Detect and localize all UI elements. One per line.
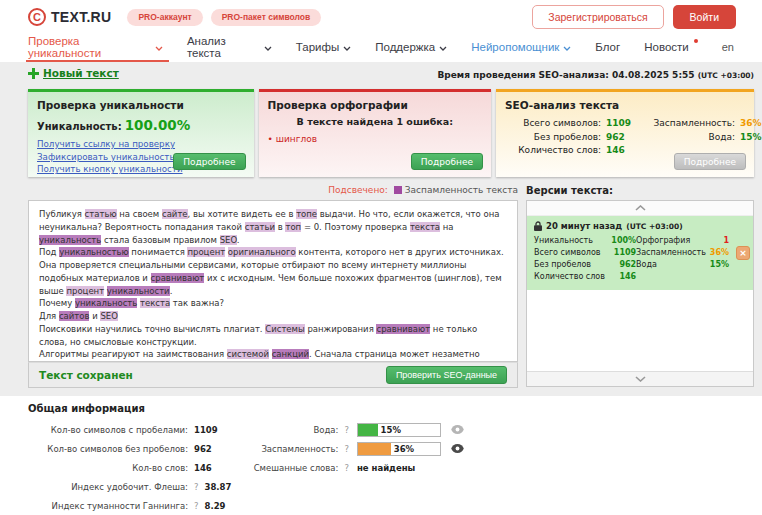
highlighted-word: сайте <box>162 209 188 219</box>
new-text-link[interactable]: Новый текст <box>28 67 119 79</box>
text-paragraph: Под уникальностью понимается процент ори… <box>39 246 507 297</box>
uniqueness-more-button[interactable]: Подробнее <box>173 153 245 170</box>
nav-item-label: Анализ текста <box>187 35 260 59</box>
logo[interactable]: C TEXT.RU <box>28 8 111 26</box>
nav-item-label: Новости <box>644 41 689 53</box>
plain-text: = 0. Поэтому проверка <box>301 222 410 232</box>
toolbar: Новый текст Время проведения SEO-анализа… <box>28 67 754 87</box>
nav-item-0[interactable]: Проверка уникальности <box>28 32 163 62</box>
new-text-label: Новый текст <box>43 67 119 79</box>
nav-item-5[interactable]: Блог <box>595 32 620 62</box>
help-icon[interactable]: ? <box>194 482 199 492</box>
main-row: Подсвечено:Заспамленность текста Публику… <box>28 185 754 388</box>
seo-more-button[interactable]: Подробнее <box>674 153 746 170</box>
summary-right: Вода:?15%Заспамленность:?36%Смешанные сл… <box>243 420 464 515</box>
versions-panel: 20 минут назад (UTC +03:00) Уникальность… <box>526 200 754 387</box>
eye-toggle[interactable] <box>451 444 464 453</box>
nav-item-1[interactable]: Анализ текста <box>187 32 272 62</box>
version-stat-value: 36% <box>710 248 729 257</box>
version-entry[interactable]: 20 минут назад (UTC +03:00) Уникальность… <box>527 216 753 290</box>
metric-bar-value: 36% <box>394 444 414 454</box>
eye-toggle[interactable] <box>451 425 464 434</box>
highlighted-word: процент <box>187 247 225 257</box>
scroll-down-button[interactable] <box>527 371 753 386</box>
plain-text: Поисковики научились точно вычислять пла… <box>39 324 265 334</box>
summary-text-value: не найдены <box>357 463 415 473</box>
saved-status: Текст сохранен <box>39 369 133 381</box>
language-switch[interactable]: en <box>722 41 734 53</box>
highlighted-word: SEO <box>100 311 117 321</box>
seo-stat-label: Без пробелов: <box>505 132 601 142</box>
login-button[interactable]: Войти <box>673 5 736 29</box>
plain-text: Алгоритмы реагируют на заимствования <box>39 349 227 359</box>
uniqueness-metric-value: 100.00% <box>125 117 191 133</box>
seo-stat-value: 962 <box>606 132 625 142</box>
pro-pills: PRO-аккаунтPRO-пакет символов <box>127 9 321 26</box>
nav-caret <box>155 46 163 51</box>
summary-label: Индекс туманности Ганнинга: <box>28 501 188 511</box>
highlighted-word: статьи <box>245 222 275 232</box>
text-editor[interactable]: Публикуя статью на своем сайте, вы хотит… <box>28 200 518 362</box>
version-stat-value: 1109 <box>614 248 636 257</box>
nav-item-3[interactable]: Поддержка <box>375 32 447 62</box>
uniqueness-metric-label: Уникальность: <box>37 121 122 132</box>
highlighted-word: уникальность <box>39 235 101 245</box>
metric-bar: 36% <box>357 442 441 456</box>
highlighted-word: системой <box>227 349 269 359</box>
version-stat-label: Заспамленность <box>636 248 706 257</box>
spelling-error-item[interactable]: • шинглов <box>268 134 482 144</box>
summary-label: Смешанные слова: <box>243 463 338 473</box>
pro-pill-0[interactable]: PRO-аккаунт <box>127 9 202 26</box>
version-stats-left: Уникальность100%Всего символов1109Без пр… <box>534 236 636 284</box>
nav-item-6[interactable]: Новости <box>644 32 698 62</box>
scroll-up-button[interactable] <box>527 201 753 216</box>
chevron-down-icon <box>155 46 163 51</box>
uniqueness-link-0[interactable]: Получить ссылку на проверку <box>37 138 245 151</box>
summary-label: Кол-во символов без пробелов: <box>28 444 188 454</box>
highlighted-word: уникальность <box>75 298 137 308</box>
text-paragraph: Алгоритмы реагируют на заимствования сис… <box>39 348 507 362</box>
version-stat-value: 146 <box>619 272 636 281</box>
plain-text: так важна? <box>170 298 224 308</box>
logo-text: TEXT.RU <box>51 9 111 25</box>
pro-pill-1[interactable]: PRO-пакет символов <box>211 9 322 26</box>
plain-text: Почему <box>39 298 75 308</box>
seo-stat-label: Заспамленность: <box>631 118 735 128</box>
version-stat-label: Без пробелов <box>534 260 615 269</box>
seo-stat-row: Всего символов:1109 <box>505 118 631 128</box>
notification-dot-icon <box>694 39 698 43</box>
metric-bar: 15% <box>357 423 441 437</box>
text-paragraph: Почему уникальность текста так важна? <box>39 297 507 310</box>
text-paragraph: Публикуя статью на своем сайте, вы хотит… <box>39 208 507 246</box>
version-close-button[interactable]: × <box>736 246 750 260</box>
metric-bar-fill <box>358 424 378 436</box>
content-area: Новый текст Время проведения SEO-анализа… <box>0 62 762 396</box>
check-seo-button[interactable]: Проверить SEO-данные <box>386 366 507 384</box>
nav-item-4[interactable]: Нейропомощник <box>471 32 571 62</box>
help-icon[interactable]: ? <box>344 444 349 454</box>
help-icon[interactable]: ? <box>344 425 349 435</box>
summary-title: Общая информация <box>28 403 734 414</box>
plain-text: понимается <box>129 247 188 257</box>
nav-item-label: Нейропомощник <box>471 41 559 53</box>
highlighted-word: оригинального <box>228 247 296 257</box>
version-stat-value: 100% <box>611 236 636 245</box>
editor-footer: Текст сохранен Проверить SEO-данные <box>28 362 518 388</box>
nav-item-label: Тарифы <box>296 41 339 53</box>
help-icon[interactable]: ? <box>194 501 199 511</box>
version-stat-row: Орфография1 <box>636 236 729 245</box>
plain-text: на своем <box>117 209 162 219</box>
version-stat-row: Уникальность100% <box>534 236 636 245</box>
register-button[interactable]: Зарегистрироваться <box>532 5 663 29</box>
plain-text: Для <box>39 311 59 321</box>
spelling-more-button[interactable]: Подробнее <box>411 153 483 170</box>
seo-time-label: Время проведения SEO-анализа: <box>437 70 608 80</box>
versions-column: Версии текста: 20 минут назад (UTC +03:0… <box>526 185 754 388</box>
legend-swatch-icon <box>394 186 402 194</box>
uniqueness-card: Проверка уникальности Уникальность:100.0… <box>28 89 254 177</box>
help-icon[interactable]: ? <box>344 463 349 473</box>
spelling-card-title: Проверка орфографии <box>268 99 482 111</box>
main-nav: Проверка уникальностиАнализ текстаТарифы… <box>0 32 762 62</box>
nav-item-2[interactable]: Тарифы <box>296 32 351 62</box>
seo-stat-value: 146 <box>606 145 625 155</box>
